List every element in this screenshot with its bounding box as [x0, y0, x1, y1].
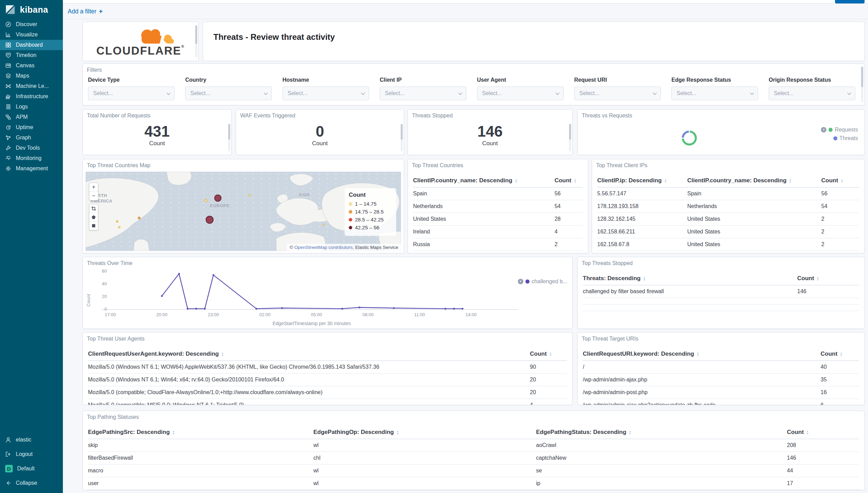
column-header-clientip-country-name-descending[interactable]: ClientIP.country_name: Descending▲▼ — [687, 174, 821, 187]
sort-icon[interactable]: ▲▼ — [789, 179, 792, 183]
query-update-button[interactable] — [835, 0, 865, 3]
sidebar-item-machine-le[interactable]: Machine Le... — [0, 81, 63, 91]
column-header-clientrequesturi-keyword-descending[interactable]: ClientRequestURI.keyword: Descending▲▼ — [583, 347, 821, 361]
sort-icon[interactable]: ▲▼ — [816, 276, 819, 281]
table-cell: aoCrawl — [536, 439, 787, 452]
sidebar-item-label: Graph — [16, 135, 31, 141]
sidebar-item-collapse[interactable]: Collapse — [0, 476, 63, 490]
sidebar-item-logs[interactable]: Logs — [0, 102, 63, 112]
sort-icon[interactable]: ▲▼ — [574, 179, 577, 183]
panel-scrollbar[interactable] — [228, 124, 230, 151]
svg-text:20:00: 20:00 — [156, 312, 168, 317]
brand-text: kibana — [20, 5, 48, 15]
sidebar-item-monitoring[interactable]: Monitoring — [0, 153, 63, 163]
donut-legend: RequestsThreats — [821, 127, 858, 141]
attribution-link[interactable]: OpenStreetMap contributors, — [294, 245, 354, 250]
legend-chevron-icon[interactable] — [821, 127, 826, 133]
zoom-out-button[interactable]: − — [89, 192, 98, 200]
legend-label: challenged b... — [532, 278, 567, 285]
panel-threats-vs-requests: Threats vs Requests RequestsThreats — [577, 109, 865, 155]
column-header-count[interactable]: Count▲▼ — [787, 425, 859, 439]
column-header-threats-descending[interactable]: Threats: Descending▲▼ — [583, 272, 797, 285]
sort-icon[interactable]: ▲▼ — [841, 179, 843, 183]
zoom-in-button[interactable]: + — [89, 183, 98, 192]
sidebar-item-label: Infrastructure — [16, 93, 48, 100]
sort-icon[interactable]: ▲▼ — [840, 352, 843, 357]
sidebar-item-label: APM — [16, 114, 28, 120]
table-cell: 56 — [821, 187, 859, 200]
panel-scrollbar[interactable] — [195, 25, 197, 57]
column-header-clientip-ip-descending[interactable]: ClientIP.ip: Descending▲▼ — [597, 174, 687, 187]
column-header-clientip-country-name-descending[interactable]: ClientIP.country_name: Descending▲▼ — [413, 174, 555, 187]
sidebar-item-timelion[interactable]: Timelion — [0, 50, 63, 60]
filter-select-origin-response-status[interactable]: Select... — [769, 87, 855, 100]
map-bubble — [323, 224, 325, 226]
sort-icon[interactable]: ▲▼ — [643, 276, 646, 281]
legend-chevron-icon[interactable] — [518, 279, 523, 284]
table-cell: captchaNew — [536, 452, 787, 465]
table-cell: wl — [313, 465, 536, 477]
filter-label: Country — [185, 77, 277, 83]
column-header-count[interactable]: Count▲▼ — [530, 347, 567, 361]
sidebar-item-uptime[interactable]: Uptime — [0, 122, 63, 133]
column-header-clientrequestuseragent-keyword-descending[interactable]: ClientRequestUserAgent.keyword: Descendi… — [88, 347, 530, 361]
panel-metric-waf-events: WAF Events Triggered 0 Count — [236, 109, 404, 155]
sort-icon[interactable]: ▲▼ — [515, 179, 518, 183]
table-cell: United States — [413, 213, 555, 226]
column-header-count[interactable]: Count▲▼ — [821, 174, 859, 187]
sort-icon[interactable]: ▲▼ — [697, 352, 699, 357]
column-header-count[interactable]: Count▲▼ — [821, 347, 859, 361]
sidebar-item-discover[interactable]: Discover — [0, 19, 63, 30]
sidebar-item-management[interactable]: Management — [0, 163, 63, 174]
sort-icon[interactable]: ▲▼ — [629, 430, 632, 435]
rectangle-tool-button[interactable] — [89, 221, 98, 230]
sidebar-item-elastic[interactable]: elastic — [0, 433, 63, 447]
sidebar-item-canvas[interactable]: Canvas — [0, 60, 63, 71]
filter-select-edge-response-status[interactable]: Select... — [671, 87, 758, 100]
sort-icon[interactable]: ▲▼ — [549, 352, 552, 357]
sidebar-item-label: Maps — [16, 73, 29, 79]
sidebar-item-graph[interactable]: Graph — [0, 133, 63, 143]
legend-item-challenged-by-filter-based-firewall[interactable]: challenged b... — [518, 278, 567, 285]
map-viewport[interactable]: NORTHAMERICAEUROPEASIA + − — [86, 172, 401, 251]
panel-scrollbar[interactable] — [569, 124, 571, 151]
filter-select-user-agent[interactable]: Select... — [477, 87, 564, 100]
sidebar-item-logout[interactable]: Logout — [0, 447, 63, 461]
sidebar-item-visualize[interactable]: Visualize — [0, 30, 63, 40]
column-header-edgepathingop-descending[interactable]: EdgePathingOp: Descending▲▼ — [313, 425, 536, 439]
legend-item-requests[interactable]: Requests — [821, 127, 858, 133]
column-header-count[interactable]: Count▲▼ — [555, 174, 583, 187]
filter-select-country[interactable]: Select... — [185, 87, 272, 100]
sort-icon[interactable]: ▲▼ — [221, 352, 224, 357]
column-header-edgepathingsrc-descending[interactable]: EdgePathingSrc: Descending▲▼ — [88, 425, 313, 439]
query-bar[interactable] — [63, 0, 868, 4]
kibana-logo[interactable]: kibana — [0, 0, 63, 19]
map-region-label: ASIA — [299, 192, 310, 198]
svg-text:0: 0 — [104, 307, 107, 312]
sidebar-item-maps[interactable]: Maps — [0, 71, 63, 81]
add-filter-link[interactable]: Add a filter + — [68, 8, 103, 15]
sort-icon[interactable]: ▲▼ — [806, 430, 809, 435]
filter-select-client-ip[interactable]: Select... — [380, 87, 466, 100]
table-cell: 146 — [787, 452, 859, 465]
column-header-edgepathingstatus-descending[interactable]: EdgePathingStatus: Descending▲▼ — [536, 425, 787, 439]
sidebar-item-default[interactable]: DDefault — [0, 461, 63, 476]
column-header-count[interactable]: Count▲▼ — [797, 272, 859, 285]
sidebar-item-apm[interactable]: APM — [0, 112, 63, 122]
sort-icon[interactable]: ▲▼ — [396, 430, 399, 435]
sidebar-item-infrastructure[interactable]: Infrastructure — [0, 91, 63, 102]
table-row: Ireland4 — [413, 226, 583, 238]
panel-scrollbar[interactable] — [861, 67, 863, 102]
sort-icon[interactable]: ▲▼ — [664, 179, 667, 183]
filter-select-request-uri[interactable]: Select... — [574, 87, 661, 100]
panel-top-threat-client-ips: Top Threat Client IPs ClientIP.ip: Desce… — [592, 159, 865, 253]
polygon-tool-button[interactable] — [89, 213, 98, 221]
filter-select-device-type[interactable]: Select... — [88, 87, 175, 100]
filter-select-hostname[interactable]: Select... — [282, 87, 369, 100]
crop-tool-button[interactable] — [89, 204, 98, 213]
sidebar-item-dev-tools[interactable]: Dev Tools — [0, 143, 63, 153]
panel-scrollbar[interactable] — [401, 124, 403, 151]
sort-icon[interactable]: ▲▼ — [172, 430, 175, 435]
sidebar-item-dashboard[interactable]: Dashboard — [0, 40, 63, 50]
legend-item-threats[interactable]: Threats — [833, 135, 858, 141]
